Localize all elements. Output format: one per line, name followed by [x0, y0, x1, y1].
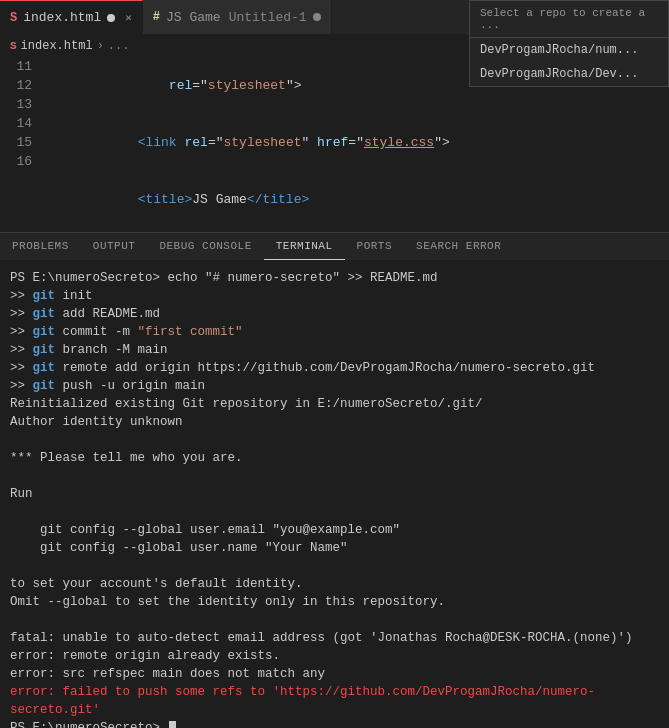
html-icon: S [10, 11, 17, 25]
js-icon: # [153, 10, 160, 24]
terminal-line: >> git remote add origin https://github.… [10, 359, 659, 377]
code-line-12: <link rel="stylesheet" href="style.css"> [44, 114, 669, 171]
terminal-line: Author identity unknown [10, 413, 659, 431]
breadcrumb-more: ... [108, 39, 130, 53]
code-line-14: </head> [44, 228, 669, 232]
terminal-line-blank [10, 611, 659, 629]
line-num: 12 [0, 76, 32, 95]
terminal-line-blank [10, 431, 659, 449]
line-num: 13 [0, 95, 32, 114]
terminal-line: Reinitialized existing Git repository in… [10, 395, 659, 413]
terminal-line: fatal: unable to auto-detect email addre… [10, 629, 659, 647]
terminal-line: git config --global user.name "Your Name… [10, 539, 659, 557]
dirty-indicator-2 [313, 13, 321, 21]
terminal-line-blank [10, 467, 659, 485]
tab-problems[interactable]: PROBLEMS [0, 233, 81, 260]
tab-label: index.html [23, 10, 101, 25]
dropdown-header: Select a repo to create a ... [470, 1, 668, 38]
repo-dropdown: Select a repo to create a ... DevProgamJ… [469, 0, 669, 87]
tab-output[interactable]: OUTPUT [81, 233, 148, 260]
terminal-line: >> git commit -m "first commit" [10, 323, 659, 341]
tab-ports[interactable]: PORTS [345, 233, 405, 260]
line-numbers: 11 12 13 14 15 16 [0, 57, 40, 232]
terminal-line: >> git push -u origin main [10, 377, 659, 395]
line-num: 15 [0, 133, 32, 152]
terminal[interactable]: PS E:\numeroSecreto> echo "# numero-secr… [0, 261, 669, 728]
terminal-line: PS E:\numeroSecreto> echo "# numero-secr… [10, 269, 659, 287]
terminal-line: Run [10, 485, 659, 503]
terminal-line: error: remote origin already exists. [10, 647, 659, 665]
tab-debug-console[interactable]: DEBUG CONSOLE [147, 233, 263, 260]
terminal-line: >> git branch -M main [10, 341, 659, 359]
breadcrumb-filename: index.html [21, 39, 93, 53]
terminal-line: >> git init [10, 287, 659, 305]
tab-js-game[interactable]: # JS Game Untitled-1 [143, 0, 332, 34]
terminal-line: >> git add README.md [10, 305, 659, 323]
tab-subtitle: Untitled-1 [229, 10, 307, 25]
tab-terminal[interactable]: TERMINAL [264, 233, 345, 260]
terminal-line-blank [10, 557, 659, 575]
terminal-line: to set your account's default identity. [10, 575, 659, 593]
dropdown-item-1[interactable]: DevProgamJRocha/num... [470, 38, 668, 62]
line-num: 11 [0, 57, 32, 76]
terminal-error-line: error: failed to push some refs to 'http… [10, 683, 659, 719]
terminal-line-blank [10, 503, 659, 521]
tab-search-error[interactable]: SEARCH ERROR [404, 233, 513, 260]
terminal-line: error: src refspec main does not match a… [10, 665, 659, 683]
panel-tabs: PROBLEMS OUTPUT DEBUG CONSOLE TERMINAL P… [0, 232, 669, 261]
line-num: 16 [0, 152, 32, 171]
html-breadcrumb-icon: S [10, 40, 17, 52]
close-tab-icon[interactable]: ✕ [125, 11, 132, 24]
code-line-13: <title>JS Game</title> [44, 171, 669, 228]
tab-index-html[interactable]: S index.html ✕ [0, 0, 143, 34]
terminal-line: Omit --global to set the identity only i… [10, 593, 659, 611]
terminal-line: *** Please tell me who you are. [10, 449, 659, 467]
terminal-cursor [169, 721, 176, 728]
terminal-line: git config --global user.email "you@exam… [10, 521, 659, 539]
line-num: 14 [0, 114, 32, 133]
breadcrumb-sep: › [97, 39, 104, 53]
terminal-prompt-end: PS E:\numeroSecreto> [10, 719, 659, 728]
tab-label-js: JS Game [166, 10, 221, 25]
dirty-indicator [107, 14, 115, 22]
dropdown-item-2[interactable]: DevProgamJRocha/Dev... [470, 62, 668, 86]
